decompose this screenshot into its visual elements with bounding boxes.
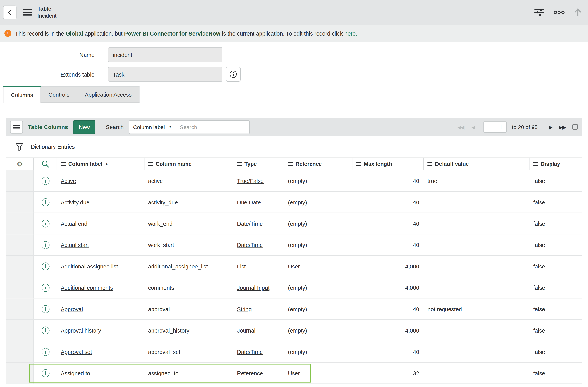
info-icon[interactable]: i bbox=[42, 198, 49, 206]
column-label-link[interactable]: Actual start bbox=[61, 242, 89, 248]
column-label-cell: Approval bbox=[57, 306, 144, 312]
page-number-input[interactable] bbox=[483, 121, 507, 133]
context-menu-icon[interactable] bbox=[22, 9, 32, 16]
info-icon[interactable]: i bbox=[42, 241, 49, 249]
type-link[interactable]: List bbox=[237, 263, 246, 269]
columns-table: ⚙ Column label ▲ Column name bbox=[6, 158, 582, 384]
column-label-link[interactable]: Additional assignee list bbox=[61, 263, 118, 269]
type-link[interactable]: Date/Time bbox=[237, 348, 263, 355]
previous-page-button[interactable]: ◀ bbox=[471, 124, 475, 130]
sort-asc-icon: ▲ bbox=[105, 162, 108, 166]
collapse-list-icon[interactable] bbox=[572, 124, 578, 130]
row-selector-cell[interactable] bbox=[6, 256, 34, 277]
tab-controls[interactable]: Controls bbox=[41, 86, 77, 103]
header-label: Default value bbox=[435, 161, 469, 167]
type-link[interactable]: Journal bbox=[237, 327, 255, 333]
row-selector-cell[interactable] bbox=[6, 341, 34, 362]
column-label-link[interactable]: Activity due bbox=[61, 199, 89, 205]
new-button[interactable]: New bbox=[73, 120, 95, 134]
extends-table-info-button[interactable] bbox=[226, 67, 241, 82]
column-name-cell: work_start bbox=[144, 242, 233, 248]
search-icon[interactable] bbox=[41, 160, 49, 168]
type-link[interactable]: Due Date bbox=[237, 199, 261, 205]
personalize-sliders-icon[interactable] bbox=[534, 8, 545, 17]
type-link[interactable]: Reference bbox=[237, 370, 263, 376]
info-icon[interactable]: i bbox=[42, 262, 49, 270]
header-display[interactable]: Display bbox=[529, 158, 582, 170]
next-page-button[interactable]: ▶ bbox=[549, 124, 552, 130]
record-form: Name Extends table bbox=[0, 42, 588, 82]
row-selector-cell[interactable] bbox=[6, 170, 34, 191]
max-length-cell: 4,000 bbox=[353, 327, 424, 333]
list-title: Table Columns bbox=[28, 124, 68, 130]
row-selector-cell[interactable] bbox=[6, 277, 34, 298]
info-icon[interactable]: i bbox=[42, 284, 49, 291]
header-max-length[interactable]: Max length bbox=[353, 158, 424, 170]
column-label-link[interactable]: Actual end bbox=[61, 220, 87, 227]
first-page-button[interactable]: ◀◀ bbox=[457, 124, 463, 130]
tab-columns[interactable]: Columns bbox=[3, 86, 41, 103]
header-default-value[interactable]: Default value bbox=[424, 158, 530, 170]
column-name-cell: approval bbox=[144, 306, 233, 312]
header-column-label[interactable]: Column label ▲ bbox=[57, 158, 144, 170]
list-toolbar: Table Columns New Search Column label ▼ … bbox=[6, 118, 582, 136]
column-label-cell: Active bbox=[57, 178, 144, 184]
column-label-link[interactable]: Additional comments bbox=[61, 285, 113, 291]
list-search-input[interactable] bbox=[176, 120, 250, 134]
info-icon[interactable]: i bbox=[42, 177, 49, 184]
row-selector-cell[interactable] bbox=[6, 213, 34, 234]
row-selector-cell[interactable] bbox=[6, 320, 34, 341]
column-label-link[interactable]: Active bbox=[61, 178, 76, 184]
column-label-link[interactable]: Approval history bbox=[61, 327, 101, 333]
more-options-icon[interactable] bbox=[553, 10, 565, 15]
breadcrumb[interactable]: Dictionary Entries bbox=[31, 143, 75, 150]
column-label-link[interactable]: Assigned to bbox=[61, 370, 90, 376]
gear-icon[interactable]: ⚙ bbox=[17, 160, 23, 167]
type-link[interactable]: Date/Time bbox=[237, 242, 263, 248]
column-menu-icon bbox=[533, 162, 538, 166]
max-length-cell: 40 bbox=[353, 178, 424, 184]
header-column-name[interactable]: Column name bbox=[144, 158, 233, 170]
type-cell: Journal bbox=[233, 327, 284, 333]
table-row: iApproval setapproval_setDate/Time(empty… bbox=[6, 341, 582, 362]
tab-application-access[interactable]: Application Access bbox=[77, 86, 140, 103]
reference-cell: User bbox=[284, 370, 353, 376]
reference-cell: (empty) bbox=[284, 348, 353, 355]
header-reference[interactable]: Reference bbox=[284, 158, 353, 170]
back-button[interactable] bbox=[3, 6, 16, 19]
filter-funnel-icon[interactable] bbox=[15, 142, 24, 152]
table-row: iActual endwork_endDate/Time(empty)40fal… bbox=[6, 213, 582, 234]
info-icon[interactable]: i bbox=[42, 369, 49, 377]
type-cell: String bbox=[233, 306, 284, 312]
type-link[interactable]: Date/Time bbox=[237, 220, 263, 227]
info-icon[interactable]: i bbox=[42, 305, 49, 313]
reference-cell: (empty) bbox=[284, 327, 353, 333]
row-selector-cell[interactable] bbox=[6, 192, 34, 213]
column-label-link[interactable]: Approval set bbox=[61, 348, 92, 355]
edit-here-link[interactable]: here. bbox=[344, 30, 357, 37]
scope-warning-banner: ! This record is in the Global applicati… bbox=[0, 25, 588, 42]
reference-link[interactable]: User bbox=[288, 263, 300, 269]
info-icon[interactable]: i bbox=[42, 326, 49, 334]
list-menu-button[interactable] bbox=[10, 121, 23, 133]
search-column-select[interactable]: Column label ▼ bbox=[129, 120, 176, 134]
reference-link[interactable]: User bbox=[288, 370, 300, 376]
display-cell: false bbox=[529, 220, 582, 227]
type-link[interactable]: Journal Input bbox=[237, 285, 270, 291]
header-type[interactable]: Type bbox=[233, 158, 284, 170]
chevron-left-icon bbox=[7, 9, 12, 15]
column-label-link[interactable]: Approval bbox=[61, 306, 83, 312]
type-link[interactable]: True/False bbox=[237, 178, 264, 184]
type-link[interactable]: String bbox=[237, 306, 252, 312]
info-icon[interactable]: i bbox=[42, 348, 49, 356]
header-label: Max length bbox=[364, 161, 392, 167]
row-selector-cell[interactable] bbox=[6, 363, 34, 384]
last-page-button[interactable]: ▶▶ bbox=[559, 124, 566, 130]
scroll-to-top-icon[interactable] bbox=[574, 8, 582, 17]
page: Table Incident ! This record is in the G… bbox=[0, 0, 588, 387]
extends-table-input[interactable] bbox=[108, 67, 222, 82]
name-input[interactable] bbox=[108, 47, 222, 62]
row-selector-cell[interactable] bbox=[6, 299, 34, 320]
info-icon[interactable]: i bbox=[42, 220, 49, 227]
row-selector-cell[interactable] bbox=[6, 234, 34, 255]
